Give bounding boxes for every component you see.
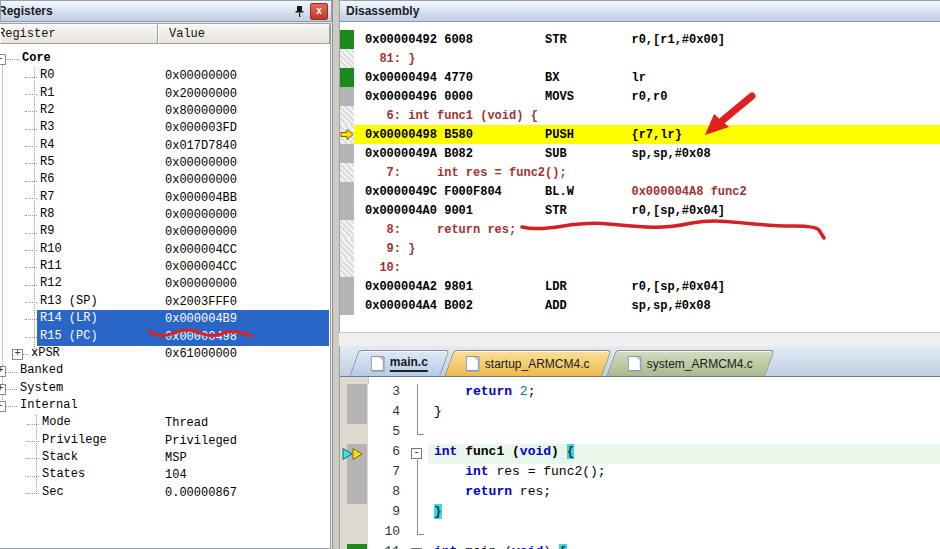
tree-expander-icon[interactable]: + bbox=[0, 384, 6, 395]
tab-startup-armcm4-c[interactable]: startup_ARMCM4.c bbox=[444, 350, 611, 376]
execution-coverage-marker[interactable] bbox=[340, 30, 354, 49]
execution-coverage-marker[interactable] bbox=[340, 182, 354, 201]
register-row-privilege[interactable]: PrivilegePrivileged bbox=[0, 433, 330, 450]
tab-system-armcm4-c[interactable]: system_ARMCM4.c bbox=[606, 350, 774, 376]
execution-coverage-marker[interactable] bbox=[340, 106, 354, 125]
execution-coverage-marker[interactable] bbox=[340, 163, 354, 182]
disassembly-line[interactable]: 10: bbox=[340, 258, 940, 277]
tree-expander-icon[interactable]: - bbox=[0, 54, 6, 65]
code-text[interactable]: } bbox=[428, 504, 940, 524]
source-line-3[interactable]: 3 return 2; bbox=[340, 384, 940, 404]
code-text[interactable]: int func1 (void) { bbox=[428, 444, 940, 464]
column-header-value[interactable]: Value bbox=[158, 24, 330, 44]
disassembly-line[interactable]: 0x0000049A B082 SUB sp,sp,#0x08 bbox=[340, 144, 940, 163]
execution-coverage-marker[interactable] bbox=[340, 87, 354, 106]
register-row-core[interactable]: -Core bbox=[0, 51, 330, 68]
tree-expander-icon[interactable]: + bbox=[0, 366, 6, 377]
execution-coverage-marker[interactable] bbox=[340, 277, 354, 296]
disassembly-line[interactable]: 0x00000498 B580 PUSH {r7,lr} bbox=[340, 125, 940, 144]
fold-margin[interactable] bbox=[408, 524, 428, 544]
disassembly-line[interactable]: 0x000004A0 9001 STR r0,[sp,#0x04] bbox=[340, 201, 940, 220]
current-instruction-margin[interactable] bbox=[340, 125, 354, 144]
execution-coverage-marker[interactable] bbox=[340, 239, 354, 258]
register-row-system[interactable]: +System bbox=[0, 381, 330, 398]
source-line-11[interactable]: 11-int main (void) { bbox=[340, 544, 940, 549]
line-margin[interactable] bbox=[340, 524, 368, 544]
register-row-r15-pc-[interactable]: R15 (PC)0x00000498 bbox=[0, 329, 330, 346]
line-margin[interactable] bbox=[340, 504, 368, 524]
source-line-8[interactable]: 8 return res; bbox=[340, 484, 940, 504]
fold-margin[interactable] bbox=[408, 424, 428, 444]
register-row-r14-lr-[interactable]: R14 (LR)0x000004B9 bbox=[0, 311, 330, 328]
code-text[interactable] bbox=[428, 524, 940, 544]
disassembly-scroll-strip[interactable] bbox=[339, 332, 940, 346]
source-line-10[interactable]: 10 bbox=[340, 524, 940, 544]
register-row-r6[interactable]: R60x00000000 bbox=[0, 172, 330, 189]
disassembly-line[interactable]: 6: int func1 (void) { bbox=[340, 106, 940, 125]
line-margin[interactable] bbox=[340, 484, 368, 504]
register-row-mode[interactable]: ModeThread bbox=[0, 415, 330, 432]
register-row-r0[interactable]: R00x00000000 bbox=[0, 68, 330, 85]
register-row-r5[interactable]: R50x00000000 bbox=[0, 155, 330, 172]
register-row-r4[interactable]: R40x017D7840 bbox=[0, 138, 330, 155]
execution-coverage-marker[interactable] bbox=[340, 258, 354, 277]
fold-margin[interactable]: - bbox=[408, 444, 428, 464]
close-icon[interactable]: x bbox=[310, 3, 328, 20]
tree-expander-icon[interactable]: - bbox=[0, 401, 6, 412]
register-row-r10[interactable]: R100x000004CC bbox=[0, 242, 330, 259]
fold-margin[interactable] bbox=[408, 384, 428, 404]
register-row-stack[interactable]: StackMSP bbox=[0, 450, 330, 467]
register-row-r13-sp-[interactable]: R13 (SP)0x2003FFF0 bbox=[0, 294, 330, 311]
register-row-r1[interactable]: R10x20000000 bbox=[0, 86, 330, 103]
source-line-4[interactable]: 4} bbox=[340, 404, 940, 424]
register-row-r7[interactable]: R70x000004BB bbox=[0, 190, 330, 207]
tab-main-c[interactable]: main.c bbox=[349, 350, 449, 376]
code-text[interactable]: } bbox=[428, 404, 940, 424]
disassembly-line[interactable]: 81: } bbox=[340, 49, 940, 68]
code-text[interactable]: int main (void) { bbox=[428, 544, 940, 549]
source-line-9[interactable]: 9} bbox=[340, 504, 940, 524]
fold-margin[interactable] bbox=[408, 484, 428, 504]
execution-coverage-marker[interactable] bbox=[340, 220, 354, 239]
disassembly-line[interactable]: 0x00000492 6008 STR r0,[r1,#0x00] bbox=[340, 30, 940, 49]
code-text[interactable] bbox=[428, 424, 940, 444]
code-text[interactable]: return res; bbox=[428, 484, 940, 504]
execution-coverage-marker[interactable] bbox=[340, 68, 354, 87]
line-margin[interactable] bbox=[340, 444, 368, 464]
disassembly-line[interactable]: 9: } bbox=[340, 239, 940, 258]
register-row-r2[interactable]: R20x80000000 bbox=[0, 103, 330, 120]
execution-coverage-marker[interactable] bbox=[340, 49, 354, 68]
line-margin[interactable] bbox=[340, 424, 368, 444]
code-text[interactable]: int res = func2(); bbox=[428, 464, 940, 484]
fold-margin[interactable]: - bbox=[408, 544, 428, 549]
column-header-register[interactable]: Register bbox=[0, 24, 158, 44]
source-line-6[interactable]: 6-int func1 (void) { bbox=[340, 444, 940, 464]
source-editor-body[interactable]: 3 return 2;4}56-int func1 (void) {7 int … bbox=[340, 377, 940, 549]
execution-coverage-marker[interactable] bbox=[340, 296, 354, 315]
fold-collapse-icon[interactable]: - bbox=[411, 448, 422, 459]
disassembly-line[interactable]: 0x00000496 0000 MOVS r0,r0 bbox=[340, 87, 940, 106]
fold-margin[interactable] bbox=[408, 504, 428, 524]
register-row-r11[interactable]: R110x000004CC bbox=[0, 259, 330, 276]
disassembly-line[interactable]: 0x0000049C F000F804 BL.W 0x000004A8 func… bbox=[340, 182, 940, 201]
fold-margin[interactable] bbox=[408, 464, 428, 484]
disassembly-line[interactable]: 0x000004A2 9801 LDR r0,[sp,#0x04] bbox=[340, 277, 940, 296]
line-margin[interactable] bbox=[340, 404, 368, 424]
register-row-sec[interactable]: Sec0.00000867 bbox=[0, 485, 330, 502]
disassembly-line[interactable]: 0x000004A4 B002 ADD sp,sp,#0x08 bbox=[340, 296, 940, 315]
tree-expander-icon[interactable]: + bbox=[12, 349, 23, 360]
pin-icon[interactable] bbox=[291, 4, 307, 19]
disassembly-body[interactable]: 0x00000492 6008 STR r0,[r1,#0x00] 81: }0… bbox=[339, 22, 940, 333]
line-margin[interactable] bbox=[340, 544, 368, 549]
source-line-5[interactable]: 5 bbox=[340, 424, 940, 444]
register-row-r12[interactable]: R120x00000000 bbox=[0, 276, 330, 293]
register-row-r9[interactable]: R90x00000000 bbox=[0, 224, 330, 241]
execution-coverage-marker[interactable] bbox=[340, 144, 354, 163]
register-row-r3[interactable]: R30x000003FD bbox=[0, 120, 330, 137]
line-margin[interactable] bbox=[340, 464, 368, 484]
register-row-states[interactable]: States104 bbox=[0, 467, 330, 484]
disassembly-line[interactable]: 0x00000494 4770 BX lr bbox=[340, 68, 940, 87]
register-row-xpsr[interactable]: +xPSR0x61000000 bbox=[0, 346, 330, 363]
disassembly-line[interactable]: 8: return res; bbox=[340, 220, 940, 239]
register-row-internal[interactable]: -Internal bbox=[0, 398, 330, 415]
